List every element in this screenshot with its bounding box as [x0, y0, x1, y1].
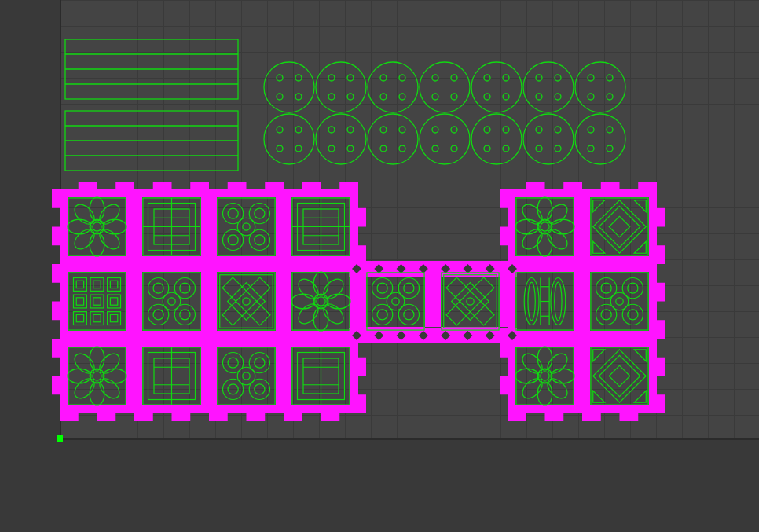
- svg-point-74: [264, 62, 314, 112]
- design-objects-layer[interactable]: [0, 0, 759, 532]
- svg-point-101: [555, 75, 561, 81]
- svg-point-115: [328, 127, 335, 133]
- svg-point-108: [607, 94, 613, 100]
- svg-point-117: [328, 145, 335, 152]
- svg-point-99: [523, 62, 574, 112]
- svg-point-77: [277, 94, 283, 100]
- svg-point-98: [503, 94, 509, 100]
- svg-point-111: [295, 127, 302, 133]
- svg-point-89: [420, 62, 470, 112]
- tile-flower[interactable]: [68, 197, 126, 256]
- svg-point-88: [399, 94, 405, 100]
- svg-point-104: [575, 62, 625, 112]
- tile-flower[interactable]: [68, 347, 126, 405]
- button-piece[interactable]: [368, 114, 418, 164]
- svg-point-110: [277, 127, 283, 133]
- svg-point-137: [536, 145, 542, 152]
- svg-point-114: [316, 114, 366, 164]
- button-piece[interactable]: [316, 114, 366, 164]
- tile-rings[interactable]: [143, 273, 200, 330]
- svg-point-138: [555, 145, 561, 152]
- tile-flower[interactable]: [292, 272, 350, 331]
- tile-diamond8[interactable]: [591, 347, 648, 405]
- svg-point-85: [380, 75, 387, 81]
- game-board[interactable]: [52, 182, 665, 421]
- svg-point-139: [575, 114, 625, 164]
- svg-point-132: [484, 145, 490, 152]
- tile-flower[interactable]: [515, 197, 574, 256]
- tile-cross[interactable]: [433, 264, 508, 339]
- strip-b[interactable]: [65, 111, 238, 171]
- button-piece[interactable]: [471, 114, 522, 164]
- svg-point-121: [399, 127, 405, 133]
- svg-point-126: [451, 127, 457, 133]
- strip-a[interactable]: [65, 39, 238, 99]
- svg-point-82: [328, 94, 335, 100]
- svg-point-112: [277, 145, 283, 152]
- svg-point-94: [471, 62, 522, 112]
- svg-point-143: [607, 145, 613, 152]
- tile-rings[interactable]: [367, 273, 424, 330]
- svg-point-75: [277, 75, 283, 81]
- svg-point-127: [432, 145, 438, 152]
- button-piece[interactable]: [316, 62, 366, 112]
- svg-point-140: [588, 127, 594, 133]
- tile-cross[interactable]: [209, 264, 284, 339]
- tile-rings[interactable]: [591, 273, 648, 330]
- svg-point-116: [347, 127, 354, 133]
- svg-point-93: [451, 94, 457, 100]
- svg-point-91: [451, 75, 457, 81]
- svg-point-83: [347, 94, 354, 100]
- tile-grid9[interactable]: [68, 273, 126, 330]
- svg-point-134: [523, 114, 574, 164]
- svg-point-118: [347, 145, 354, 152]
- svg-point-124: [420, 114, 470, 164]
- tile-flower[interactable]: [515, 347, 574, 405]
- svg-point-120: [380, 127, 387, 133]
- svg-point-97: [484, 94, 490, 100]
- viewport: [0, 0, 759, 532]
- svg-point-105: [588, 75, 594, 81]
- button-piece[interactable]: [523, 114, 574, 164]
- svg-point-92: [432, 94, 438, 100]
- svg-point-90: [432, 75, 438, 81]
- svg-point-133: [503, 145, 509, 152]
- button-piece[interactable]: [420, 62, 470, 112]
- svg-point-81: [347, 75, 354, 81]
- button-piece[interactable]: [264, 62, 314, 112]
- svg-point-128: [451, 145, 457, 152]
- button-piece[interactable]: [523, 62, 574, 112]
- tile-maze[interactable]: [143, 198, 200, 255]
- button-piece[interactable]: [575, 114, 625, 164]
- button-piece[interactable]: [420, 114, 470, 164]
- tile-maze[interactable]: [292, 347, 350, 405]
- svg-point-142: [588, 145, 594, 152]
- tile-maze[interactable]: [292, 198, 350, 255]
- svg-point-141: [607, 127, 613, 133]
- tile-diamond8[interactable]: [591, 198, 648, 255]
- svg-point-96: [503, 75, 509, 81]
- button-piece[interactable]: [575, 62, 625, 112]
- svg-point-80: [328, 75, 335, 81]
- tile-maze[interactable]: [143, 347, 200, 405]
- svg-point-100: [536, 75, 542, 81]
- button-piece[interactable]: [471, 62, 522, 112]
- button-piece-grid[interactable]: [264, 62, 625, 164]
- button-piece[interactable]: [264, 114, 314, 164]
- tile-rings[interactable]: [218, 347, 275, 405]
- button-piece[interactable]: [368, 62, 418, 112]
- svg-point-119: [368, 114, 418, 164]
- board-bridge[interactable]: [358, 272, 508, 331]
- svg-point-135: [536, 127, 542, 133]
- svg-point-103: [555, 94, 561, 100]
- svg-point-76: [295, 75, 302, 81]
- svg-point-131: [503, 127, 509, 133]
- svg-point-79: [316, 62, 366, 112]
- svg-point-130: [484, 127, 490, 133]
- svg-point-109: [264, 114, 314, 164]
- svg-point-122: [380, 145, 387, 152]
- tile-rings[interactable]: [218, 198, 275, 255]
- svg-point-84: [368, 62, 418, 112]
- svg-point-78: [295, 94, 302, 100]
- tile-leaves[interactable]: [516, 273, 574, 330]
